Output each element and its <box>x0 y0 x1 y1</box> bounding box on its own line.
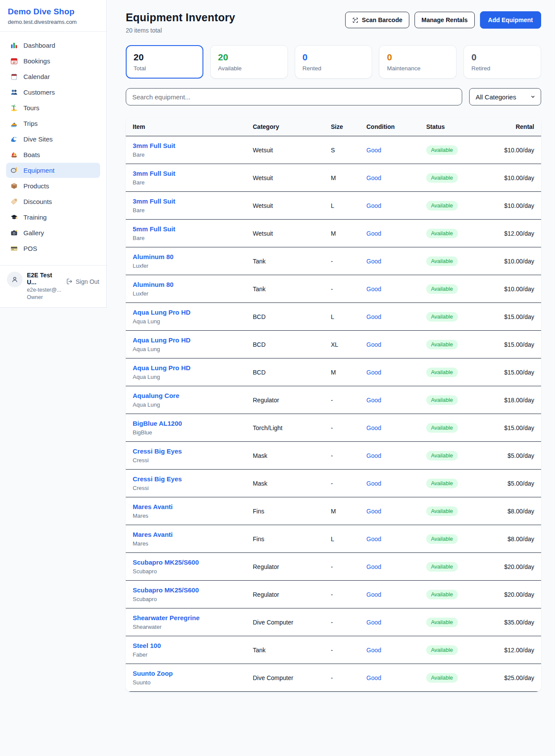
sidebar-item-pos[interactable]: POS <box>6 241 100 256</box>
item-name-link[interactable]: Mares Avanti <box>133 531 239 538</box>
condition-link[interactable]: Good <box>366 258 381 265</box>
item-brand: Bare <box>133 151 239 158</box>
condition-link[interactable]: Good <box>366 508 381 515</box>
sidebar-item-customers[interactable]: Customers <box>6 85 100 100</box>
col-header-item: Item <box>126 118 246 136</box>
item-name-link[interactable]: Suunto Zoop <box>133 670 239 677</box>
sidebar-item-calendar[interactable]: Calendar <box>6 69 100 84</box>
condition-link[interactable]: Good <box>366 202 381 209</box>
add-equipment-button[interactable]: Add Equipment <box>480 11 541 29</box>
status-badge: Available <box>426 618 458 627</box>
stat-card[interactable]: 20 Total <box>126 45 203 79</box>
condition-link[interactable]: Good <box>366 424 381 431</box>
item-name-link[interactable]: Cressi Big Eyes <box>133 447 239 455</box>
item-category: Mask <box>246 470 324 497</box>
page-title-block: Equipment Inventory 20 items total <box>126 11 235 34</box>
condition-link[interactable]: Good <box>366 147 381 154</box>
item-name-link[interactable]: Scubapro MK25/S600 <box>133 559 239 566</box>
table-row: Aqua Lung Pro HD Aqua Lung BCD L Good Av… <box>126 303 541 331</box>
item-category: Torch/Light <box>246 414 324 442</box>
sidebar-item-bookings[interactable]: 17 Bookings <box>6 53 100 69</box>
item-size: L <box>324 192 359 220</box>
category-filter-select[interactable]: All Categories <box>469 88 541 105</box>
condition-link[interactable]: Good <box>366 174 381 181</box>
sidebar-item-dive-sites[interactable]: Dive Sites <box>6 131 100 147</box>
condition-link[interactable]: Good <box>366 286 381 293</box>
status-badge: Available <box>426 395 458 405</box>
condition-link[interactable]: Good <box>366 452 381 459</box>
stat-card[interactable]: 0 Maintenance <box>379 45 457 79</box>
trips-icon <box>10 120 18 127</box>
condition-link[interactable]: Good <box>366 647 381 654</box>
sidebar-item-products[interactable]: Products <box>6 178 100 194</box>
customers-icon <box>10 89 18 96</box>
rental-price: $15.00/day <box>484 331 541 358</box>
item-name-link[interactable]: Aqua Lung Pro HD <box>133 364 239 371</box>
sidebar-item-tours[interactable]: Tours <box>6 100 100 115</box>
item-name-link[interactable]: Aqualung Core <box>133 392 239 399</box>
item-name-link[interactable]: Steel 100 <box>133 642 239 649</box>
item-name-link[interactable]: Aluminum 80 <box>133 253 239 260</box>
item-name-link[interactable]: Aqua Lung Pro HD <box>133 309 239 316</box>
stat-card[interactable]: 0 Retired <box>464 45 541 79</box>
condition-link[interactable]: Good <box>366 591 381 598</box>
rental-price: $18.00/day <box>484 386 541 414</box>
sidebar-item-boats[interactable]: Boats <box>6 147 100 162</box>
sidebar-item-equipment[interactable]: Equipment <box>6 163 100 178</box>
manage-rentals-button[interactable]: Manage Rentals <box>415 12 475 28</box>
item-category: Dive Computer <box>246 664 324 692</box>
sidebar-item-discounts[interactable]: Discounts <box>6 194 100 209</box>
rental-price: $15.00/day <box>484 358 541 386</box>
item-name-link[interactable]: Cressi Big Eyes <box>133 475 239 483</box>
table-body: 3mm Full Suit Bare Wetsuit S Good Availa… <box>126 136 541 692</box>
item-category: Dive Computer <box>246 608 324 636</box>
item-name-link[interactable]: Aqua Lung Pro HD <box>133 336 239 344</box>
stat-value: 20 <box>218 52 280 62</box>
condition-link[interactable]: Good <box>366 369 381 376</box>
condition-link[interactable]: Good <box>366 563 381 570</box>
item-name-link[interactable]: 3mm Full Suit <box>133 142 239 149</box>
item-brand: Scubapro <box>133 568 239 575</box>
item-name-link[interactable]: Scubapro MK25/S600 <box>133 586 239 594</box>
item-name-link[interactable]: BigBlue AL1200 <box>133 420 239 427</box>
status-badge: Available <box>426 451 458 460</box>
item-brand: Faber <box>133 651 239 658</box>
condition-link[interactable]: Good <box>366 397 381 404</box>
item-size: M <box>324 164 359 192</box>
stat-card[interactable]: 20 Available <box>210 45 288 79</box>
condition-link[interactable]: Good <box>366 230 381 237</box>
item-category: Wetsuit <box>246 136 324 164</box>
sign-out-button[interactable]: Sign Out <box>66 278 99 285</box>
user-role: Owner <box>27 294 62 300</box>
sidebar-item-gallery[interactable]: Gallery <box>6 225 100 240</box>
rental-price: $20.00/day <box>484 553 541 581</box>
rental-price: $8.00/day <box>484 497 541 525</box>
item-name-link[interactable]: Aluminum 80 <box>133 281 239 288</box>
item-name-link[interactable]: 3mm Full Suit <box>133 170 239 177</box>
table-row: Mares Avanti Mares Fins L Good Available… <box>126 525 541 553</box>
item-brand: Mares <box>133 513 239 519</box>
condition-link[interactable]: Good <box>366 674 381 681</box>
item-brand: Mares <box>133 540 239 547</box>
sidebar-item-dashboard[interactable]: Dashboard <box>6 38 100 53</box>
condition-link[interactable]: Good <box>366 480 381 487</box>
dashboard-icon <box>10 42 18 49</box>
condition-link[interactable]: Good <box>366 313 381 320</box>
condition-link[interactable]: Good <box>366 341 381 348</box>
table-row: Suunto Zoop Suunto Dive Computer - Good … <box>126 664 541 692</box>
sidebar-item-trips[interactable]: Trips <box>6 116 100 131</box>
stat-card[interactable]: 0 Rented <box>295 45 372 79</box>
status-badge: Available <box>426 534 458 544</box>
item-name-link[interactable]: 3mm Full Suit <box>133 197 239 205</box>
condition-link[interactable]: Good <box>366 619 381 626</box>
rental-price: $35.00/day <box>484 608 541 636</box>
status-badge: Available <box>426 201 458 210</box>
condition-link[interactable]: Good <box>366 536 381 542</box>
sidebar-item-training[interactable]: Training <box>6 210 100 225</box>
status-badge: Available <box>426 173 458 183</box>
item-name-link[interactable]: Mares Avanti <box>133 503 239 510</box>
scan-barcode-button[interactable]: Scan Barcode <box>345 12 409 28</box>
item-name-link[interactable]: Shearwater Peregrine <box>133 614 239 621</box>
item-name-link[interactable]: 5mm Full Suit <box>133 225 239 233</box>
search-input[interactable] <box>126 88 462 105</box>
